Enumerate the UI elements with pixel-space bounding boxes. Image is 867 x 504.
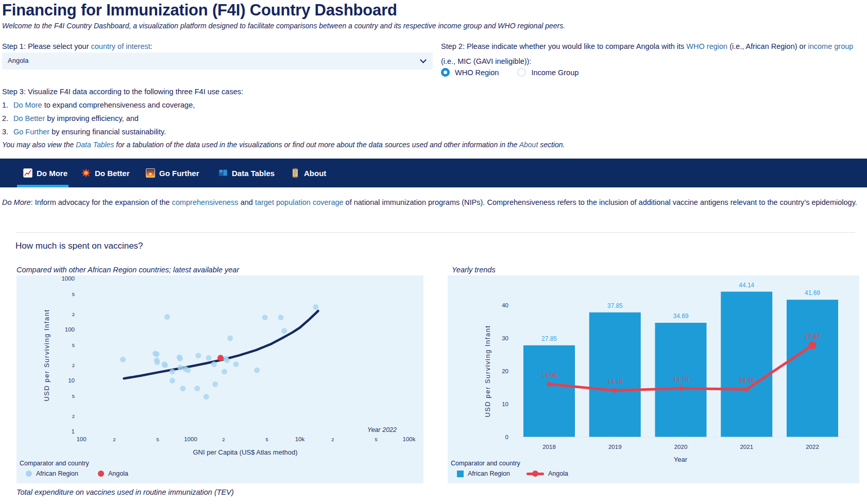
y-tick: 40 [502,302,508,308]
x-axis-label: GNI per Capita (US$ Atlas method) [193,448,297,456]
legend-title: Comparator and country [20,460,138,467]
scatter-point-african-region[interactable] [169,369,175,374]
list-item-do-better: 2.Do Better by improving efficiency, and [2,114,139,123]
tab-do-better[interactable]: Do Better [81,159,130,187]
line-point-angola[interactable] [678,386,683,391]
tab-do-more[interactable]: Do More [23,159,67,187]
y-tick: 1 [72,428,75,435]
scatter-point-african-region[interactable] [233,361,239,367]
x-tick: 5 [375,437,378,442]
scatter-point-african-region[interactable] [185,368,191,373]
usecase-description: Do More: Inform advocacy for the expansi… [2,195,857,210]
list-item-do-more: 1.Do More to expand comprehensiveness an… [2,101,195,109]
angola-line-swatch[interactable] [526,471,544,477]
african-region-dot-swatch[interactable] [26,471,32,477]
scatter-point-african-region[interactable] [313,304,319,310]
bar-african-region[interactable] [787,300,838,437]
bar-value-label: 44.14 [739,282,754,289]
scatter-point-african-region[interactable] [162,362,168,368]
angola-dot-swatch[interactable] [98,471,104,477]
legend-label-angola[interactable]: Angola [108,470,128,477]
scatter-point-african-region[interactable] [154,352,160,357]
scatter-point-african-region[interactable] [180,386,186,391]
radio-who-region[interactable] [441,68,450,77]
scatter-point-african-region[interactable] [178,365,183,371]
y-tick: 10 [502,401,508,407]
x-tick: 2 [113,437,115,442]
y-tick: 30 [502,335,508,341]
scatter-point-african-region[interactable] [254,368,260,373]
scatter-point-african-region[interactable] [211,361,217,367]
tab-label: Do Better [95,169,130,178]
legend-label-african-region[interactable]: African Region [36,470,78,477]
radio-income-group-label[interactable]: Income Group [531,68,579,77]
scatter-point-african-region[interactable] [155,359,160,365]
line-point-angola[interactable] [809,341,817,349]
country-select[interactable]: Angola [2,53,433,69]
radio-who-region-label[interactable]: WHO Region [455,68,499,77]
list-item-go-further: 3.Go Further by ensuring financial susta… [2,128,166,136]
scatter-point-african-region[interactable] [169,378,175,384]
tab-go-further[interactable]: Go Further [146,159,199,187]
bar-african-region[interactable] [589,312,641,437]
chevron-down-icon [420,57,427,63]
tab-data-tables[interactable]: Data Tables [218,159,275,187]
scatter-point-african-region[interactable] [203,394,209,399]
x-tick: 2018 [542,444,556,450]
scatter-point-african-region[interactable] [281,328,287,334]
radio-income-group[interactable] [517,68,526,77]
tab-about[interactable]: About [291,159,326,187]
line-value-label: 14.16 [607,378,623,385]
trend-curve [124,311,318,378]
legend-title: Comparator and country [451,460,577,467]
scatter-point-african-region[interactable] [278,315,284,320]
sunrise-icon [146,168,155,178]
x-tick: 100k [403,436,416,442]
scatter-point-african-region[interactable] [177,356,183,361]
scatter-point-african-region[interactable] [212,381,218,387]
line-point-angola[interactable] [744,387,749,392]
chart-increasing-icon [23,168,32,178]
scatter-point-african-region[interactable] [195,353,201,358]
scatter-point-african-region[interactable] [262,315,268,320]
chart-caption: Total expenditure on vaccines used in ro… [16,488,234,496]
scatter-point-african-region[interactable] [120,357,126,362]
line-point-angola[interactable] [613,388,617,393]
scatter-chart: 10005210052105211002510002510k25100kGNI … [16,275,423,483]
bar-plot-area: 010203040USD per Surviving Infant27.8537… [448,275,859,483]
step2-label: Step 2: Please indicate whether you woul… [441,39,859,69]
y-axis-label: USD per Surviving Infant [484,325,491,417]
bar-value-label: 37.85 [607,302,623,309]
y-tick: 2 [72,362,75,368]
bar-value-label: 34.69 [673,312,688,320]
scatter-point-angola[interactable] [217,355,224,361]
bar-african-region[interactable] [721,292,772,438]
scatter-point-african-region[interactable] [194,386,200,391]
bar-value-label: 41.69 [805,289,820,297]
scatter-point-african-region[interactable] [164,314,170,320]
bar-african-region[interactable] [523,345,575,437]
active-tab-underline [17,185,69,187]
scatter-point-african-region[interactable] [227,336,233,341]
scatter-point-african-region[interactable] [206,355,212,361]
nav-bar: Do More Do Better Go Further Data Tables… [0,159,867,187]
legend-label-angola[interactable]: Angola [548,470,568,477]
scatter-point-african-region[interactable] [224,358,230,363]
x-tick: 100 [76,436,86,442]
y-tick: 5 [72,342,75,348]
scroll-icon [291,168,300,178]
line-point-angola[interactable] [547,382,552,387]
bar-legend: Comparator and country African Region An… [451,460,577,477]
line-value-label: 16.06 [541,372,557,379]
scatter-point-african-region[interactable] [222,369,227,374]
about-link[interactable]: About [519,141,538,149]
comparator-radio-group: WHO Region Income Group [441,68,592,77]
f4i-dashboard: Financing for Immunization (F4I) Country… [0,0,867,504]
scatter-legend: Comparator and country African Region An… [20,460,138,477]
legend-label-african-region[interactable]: African Region [468,470,510,477]
y-tick: 2 [72,413,75,419]
african-region-bar-swatch[interactable] [457,471,464,477]
country-select-value: Angola [8,57,28,64]
scatter-plot-area: 10005210052105211002510002510k25100kGNI … [16,275,423,483]
data-tables-link[interactable]: Data Tables [76,141,114,149]
